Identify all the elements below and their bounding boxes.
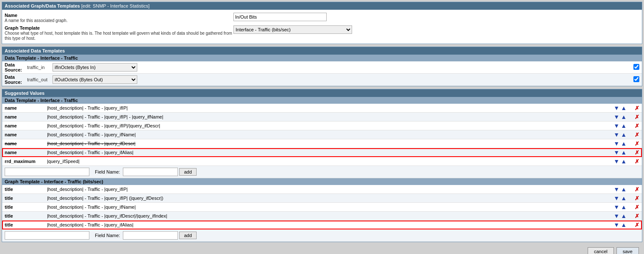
graph-template-form-value: Interface - Traffic (bits/sec) Interface… <box>233 25 639 34</box>
ds2-select[interactable]: ifOutOctets (Bytes Out) <box>53 75 137 84</box>
sv-g4-delete: ✗ <box>629 212 642 221</box>
sv-d6-arrow-up[interactable]: ▲ <box>621 149 627 156</box>
sv-data-row-1: name |host_description| - Traffic - |que… <box>2 104 642 113</box>
sv-d4-arrow-up[interactable]: ▲ <box>621 131 627 138</box>
sv-d3-label: name <box>2 121 44 130</box>
sv-data-row-6: name |host_description| - Traffic - |que… <box>2 148 642 157</box>
sv-g5-arrow-up[interactable]: ▲ <box>621 221 627 228</box>
sv-graph-subsection-title: Graph Template - Interface - Traffic (bi… <box>5 179 103 184</box>
sv-d4-actions: ▼ ▲ <box>604 130 629 139</box>
sv-d3-arrow-down[interactable]: ▼ <box>613 122 619 129</box>
sv-d4-label: name <box>2 130 44 139</box>
graph-template-select[interactable]: Interface - Traffic (bits/sec) Interface… <box>233 25 352 34</box>
name-input[interactable] <box>233 13 327 21</box>
sv-g4-arrow-down[interactable]: ▼ <box>613 213 619 219</box>
sv-g3-arrow-up[interactable]: ▲ <box>621 204 627 210</box>
sv-g5-arrow-down[interactable]: ▼ <box>613 221 619 228</box>
bottom-bar: cancel save <box>2 245 642 254</box>
sv-g4-delete-btn[interactable]: ✗ <box>635 213 639 219</box>
associated-data-templates-section: Associated Data Templates Data Template … <box>2 47 642 86</box>
sv-d6-label: name <box>2 148 44 157</box>
sv-g5-label: title <box>2 221 44 229</box>
sv-data-subsection-header: Data Template - Interface - Traffic <box>2 97 642 104</box>
sv-g5-value: |host_description| - Traffic - |query_if… <box>44 221 604 229</box>
sv-d5-arrow-up[interactable]: ▲ <box>621 140 627 147</box>
sv-graph-row-4: title |host_description| - Traffic - |qu… <box>2 212 642 221</box>
sv-graph-add-button[interactable]: add <box>179 232 196 239</box>
sv-d1-delete-btn[interactable]: ✗ <box>635 105 639 111</box>
data-source-table: Data Source: traffic_in ifInOctets (Byte… <box>2 61 642 86</box>
sv-section-title: Suggested Values <box>5 91 44 96</box>
sv-data-field-name-label: Field Name: <box>95 169 120 174</box>
sv-d6-delete-btn[interactable]: ✗ <box>635 149 639 156</box>
sv-data-table: name |host_description| - Traffic - |que… <box>2 104 642 178</box>
ds1-label: Data Source: <box>2 61 25 74</box>
sv-data-row-2: name |host_description| - Traffic - |que… <box>2 113 642 121</box>
ds1-select[interactable]: ifInOctets (Bytes In) <box>53 63 137 72</box>
sv-d6-actions: ▼ ▲ <box>604 148 629 157</box>
sv-d4-value: |host_description| - Traffic - |query_if… <box>44 130 604 139</box>
sv-d7-arrow-up[interactable]: ▲ <box>621 158 627 165</box>
ds2-spacer <box>140 74 631 86</box>
sv-d1-arrow-down[interactable]: ▼ <box>613 105 619 111</box>
sv-d7-actions: ▼ ▲ <box>604 157 629 166</box>
sv-g2-delete-btn[interactable]: ✗ <box>635 195 639 202</box>
sv-d7-label: rrd_maximum <box>2 157 44 166</box>
sv-g4-arrow-up[interactable]: ▲ <box>621 213 627 219</box>
sv-d7-value: |query_ifSpeed| <box>44 157 604 166</box>
sv-d3-delete: ✗ <box>629 121 642 130</box>
graph-data-templates-section: Associated Graph/Data Templates [edit: S… <box>2 2 642 44</box>
graph-section-edit-label: [edit: SNMP - Interface Statistics] <box>81 3 150 8</box>
sv-d6-arrow-down[interactable]: ▼ <box>613 149 619 156</box>
name-form-row: Name A name for this associated graph. <box>5 11 639 24</box>
sv-d7-arrow-down[interactable]: ▼ <box>613 158 619 165</box>
sv-data-add-input[interactable] <box>5 168 89 176</box>
adt-section-header: Associated Data Templates <box>2 47 642 55</box>
sv-d5-actions: ▼ ▲ <box>604 139 629 148</box>
sv-g3-delete: ✗ <box>629 203 642 212</box>
sv-g4-label: title <box>2 212 44 221</box>
sv-d1-delete: ✗ <box>629 104 642 113</box>
cancel-button[interactable]: cancel <box>588 247 614 254</box>
sv-data-add-button[interactable]: add <box>179 168 196 176</box>
sv-graph-add-input[interactable] <box>5 231 89 240</box>
save-button[interactable]: save <box>616 247 639 254</box>
sv-g3-arrow-down[interactable]: ▼ <box>613 204 619 210</box>
sv-d4-delete-btn[interactable]: ✗ <box>635 132 639 138</box>
sv-g1-delete-btn[interactable]: ✗ <box>635 186 639 193</box>
sv-d4-arrow-down[interactable]: ▼ <box>613 131 619 138</box>
sv-g4-value: |host_description| - Traffic - |query_if… <box>44 212 604 221</box>
ds2-label: Data Source: <box>2 74 25 86</box>
sv-d7-delete-btn[interactable]: ✗ <box>635 158 639 165</box>
sv-graph-field-name-input[interactable] <box>123 231 178 240</box>
graph-section-body: Name A name for this associated graph. G… <box>2 10 642 44</box>
sv-d2-delete-btn[interactable]: ✗ <box>635 114 639 120</box>
sv-g1-arrow-up[interactable]: ▲ <box>621 186 627 193</box>
sv-graph-subsection-header: Graph Template - Interface - Traffic (bi… <box>2 178 642 185</box>
sv-d5-delete-btn[interactable]: ✗ <box>635 141 639 147</box>
sv-g5-delete-btn[interactable]: ✗ <box>635 222 639 228</box>
sv-g1-value: |host_description| - Traffic - |query_if… <box>44 185 604 194</box>
sv-d2-arrow-down[interactable]: ▼ <box>613 113 619 120</box>
sv-d2-label: name <box>2 113 44 121</box>
sv-d3-delete-btn[interactable]: ✗ <box>635 123 639 129</box>
sv-d5-arrow-down[interactable]: ▼ <box>613 140 619 147</box>
sv-g2-arrow-up[interactable]: ▲ <box>621 195 627 202</box>
sv-d1-arrow-up[interactable]: ▲ <box>621 105 627 111</box>
sv-g3-delete-btn[interactable]: ✗ <box>635 204 639 210</box>
sv-g2-arrow-down[interactable]: ▼ <box>613 195 619 202</box>
ds2-field: traffic_out <box>25 74 50 86</box>
ds1-select-cell: ifInOctets (Bytes In) <box>50 61 140 74</box>
sv-d5-value: |host_description| - Traffic - |query_if… <box>44 139 604 148</box>
graph-section-header: Associated Graph/Data Templates [edit: S… <box>2 2 642 10</box>
sv-d1-actions: ▼ ▲ <box>604 104 629 113</box>
ds2-checkbox[interactable] <box>633 76 639 82</box>
sv-g1-arrow-down[interactable]: ▼ <box>613 186 619 193</box>
sv-data-field-name-input[interactable] <box>123 168 178 176</box>
sv-d2-arrow-up[interactable]: ▲ <box>621 113 627 120</box>
sv-d3-arrow-up[interactable]: ▲ <box>621 122 627 129</box>
ds1-checkbox[interactable] <box>633 64 639 70</box>
sv-data-add-row: Field Name: add <box>2 166 642 178</box>
sv-d2-value: |host_description| - Traffic - |query_if… <box>44 113 604 121</box>
sv-g1-actions: ▼ ▲ <box>604 185 629 194</box>
